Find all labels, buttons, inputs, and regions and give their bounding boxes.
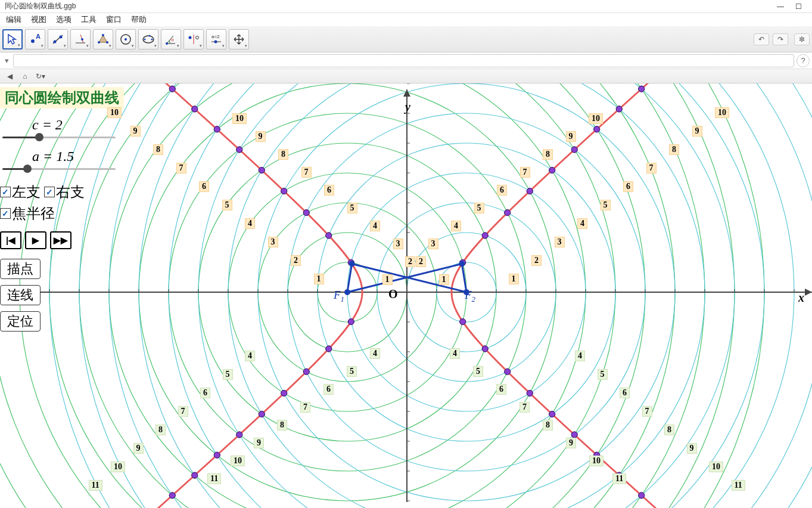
tool-ellipse[interactable]: ▾: [138, 29, 158, 49]
nav-back-icon[interactable]: ◀: [4, 71, 15, 82]
circle-number-label: 5: [222, 200, 232, 210]
perpendicular-icon: [74, 33, 87, 46]
tool-move-view[interactable]: ▾: [229, 29, 249, 49]
circle-number-label: 7: [519, 402, 530, 413]
input-dropdown-icon[interactable]: ▾: [2, 56, 11, 65]
circle-number-label: 4: [370, 348, 380, 359]
settings-button[interactable]: ✼: [794, 33, 810, 45]
circle-number-label: 1: [314, 274, 324, 284]
circle-number-label: 8: [543, 420, 553, 430]
svg-point-7: [81, 38, 83, 41]
circle-number-label: 4: [245, 351, 255, 361]
plot-points-button[interactable]: 描点: [0, 259, 41, 279]
circle-number-label: 11: [612, 473, 626, 484]
step-back-button[interactable]: |◀: [0, 231, 21, 249]
svg-point-180: [639, 86, 645, 92]
circle-number-label: 6: [199, 181, 209, 192]
undo-button[interactable]: ↶: [754, 33, 769, 45]
checkbox-left-branch[interactable]: ✓ 左支: [0, 182, 41, 202]
circle-icon: [119, 33, 132, 46]
menu-window[interactable]: 窗口: [104, 13, 124, 26]
menu-view[interactable]: 视图: [29, 13, 49, 26]
line-icon: [51, 33, 64, 46]
slider-icon: a=2: [210, 33, 223, 46]
circle-number-label: 1: [439, 274, 449, 285]
menu-edit[interactable]: 编辑: [4, 13, 24, 26]
svg-point-132: [505, 210, 511, 216]
play-button[interactable]: ▶: [25, 231, 46, 249]
svg-point-117: [460, 319, 466, 325]
svg-point-164: [594, 126, 600, 132]
circle-number-label: 4: [451, 221, 461, 231]
circle-number-label: 5: [601, 200, 611, 210]
menu-help[interactable]: 帮助: [129, 13, 149, 26]
help-icon[interactable]: ?: [797, 54, 810, 67]
tool-perpendicular[interactable]: ▾: [70, 29, 91, 49]
circle-number-label: 2: [416, 256, 426, 267]
circle-number-label: 10: [107, 107, 122, 118]
redo-button[interactable]: ↷: [773, 33, 788, 45]
angle-icon: α: [164, 33, 178, 46]
circle-number-label: 11: [732, 480, 745, 491]
tool-circle[interactable]: ▾: [116, 29, 136, 49]
minimize-button[interactable]: —: [771, 1, 789, 12]
svg-point-105: [326, 346, 332, 352]
graphics-view[interactable]: 同心圆绘制双曲线 c = 2 a = 1.5 ✓ 左支: [0, 83, 812, 508]
menu-options[interactable]: 选项: [54, 13, 74, 26]
svg-point-114: [281, 188, 287, 194]
svg-point-146: [192, 106, 198, 112]
circle-number-label: 8: [277, 420, 287, 430]
tool-line[interactable]: ▾: [48, 29, 68, 49]
circle-number-label: 3: [428, 238, 438, 249]
step-forward-button[interactable]: ▶▶: [50, 231, 71, 249]
tool-move[interactable]: ▾: [2, 29, 23, 49]
circle-number-label: 8: [278, 149, 288, 160]
svg-point-131: [237, 432, 242, 438]
maximize-button[interactable]: ☐: [789, 1, 807, 12]
svg-point-139: [214, 452, 220, 458]
svg-point-130: [237, 147, 242, 153]
circle-number-label: 3: [268, 237, 278, 247]
nav-refresh-icon[interactable]: ↻▾: [35, 71, 46, 82]
circle-number-label: 6: [323, 384, 334, 395]
svg-point-17: [149, 35, 151, 36]
svg-text:α: α: [171, 37, 174, 42]
command-input[interactable]: [13, 54, 794, 67]
circle-number-label: 9: [566, 131, 576, 142]
nav-home-icon[interactable]: ⌂: [19, 71, 31, 82]
polygon-icon: [97, 33, 110, 46]
input-bar: ▾ ?: [0, 52, 812, 69]
tool-point[interactable]: A ▾: [25, 29, 45, 49]
slider-c[interactable]: [2, 134, 137, 140]
locate-button[interactable]: 定位: [0, 311, 41, 332]
tool-angle[interactable]: α ▾: [161, 29, 181, 49]
circle-number-label: 3: [555, 237, 565, 247]
tool-slider[interactable]: a=2 ▾: [206, 29, 226, 49]
circle-number-label: 8: [153, 144, 163, 155]
move-icon: [232, 33, 245, 46]
checkbox-right-branch[interactable]: ✓ 右支: [44, 182, 85, 202]
circle-number-label: 8: [669, 144, 679, 155]
focus-2-label: F2: [465, 289, 475, 304]
menu-tools[interactable]: 工具: [79, 13, 99, 26]
connect-line-button[interactable]: 连线: [0, 285, 41, 305]
circle-number-label: 8: [664, 425, 674, 435]
circle-number-label: 8: [543, 149, 553, 160]
checkbox-focal-radius[interactable]: ✓ 焦半径: [0, 204, 55, 223]
circle-number-label: 1: [382, 274, 393, 285]
svg-point-124: [482, 233, 488, 238]
svg-point-104: [326, 233, 332, 238]
circle-number-label: 4: [245, 218, 255, 229]
tool-transform[interactable]: ▾: [183, 29, 204, 49]
circle-number-label: 7: [176, 163, 186, 174]
slider-a[interactable]: [2, 166, 137, 172]
circle-number-label: 7: [300, 402, 310, 413]
slider-c-group: c = 2: [0, 117, 137, 140]
checkmark-icon: ✓: [44, 187, 55, 197]
svg-point-156: [571, 147, 577, 153]
circle-number-label: 6: [620, 388, 630, 398]
toolbar: ▾ A ▾ ▾ ▾ ▾ ▾ ▾ α ▾: [0, 26, 812, 52]
tool-polygon[interactable]: ▾: [93, 29, 113, 49]
window-title: 同心圆绘制双曲线.ggb: [5, 1, 771, 11]
svg-text:A: A: [36, 33, 41, 40]
